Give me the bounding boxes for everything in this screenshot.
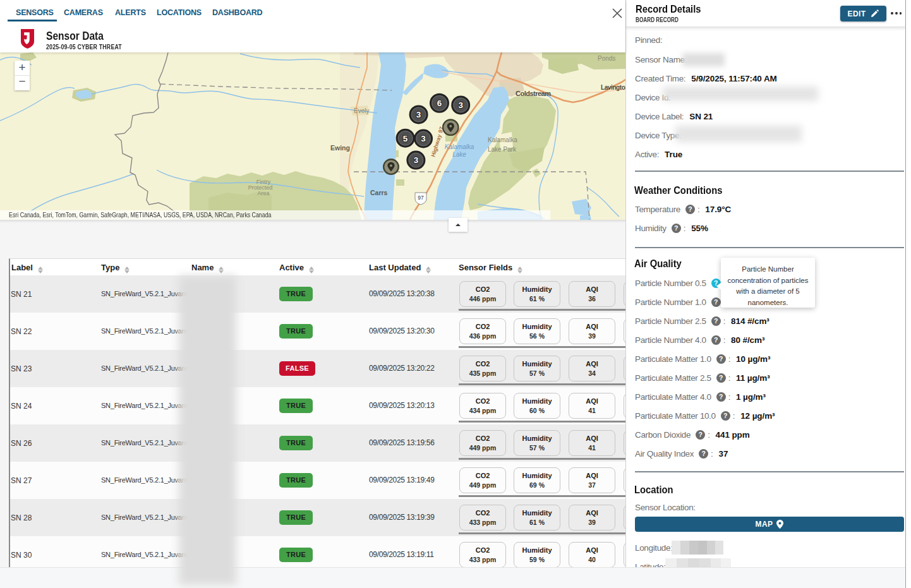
svg-text:Ponds: Ponds [598,55,615,62]
svg-text:6: 6 [437,99,442,108]
svg-text:Lake: Lake [452,151,466,158]
svg-text:3: 3 [416,110,421,119]
svg-text:3: 3 [421,134,426,143]
svg-text:3: 3 [458,100,463,110]
svg-text:Area: Area [257,190,269,196]
svg-text:Kalamalka: Kalamalka [488,136,517,143]
svg-text:Coldstream: Coldstream [516,90,551,97]
svg-text:Evely: Evely [354,107,369,114]
svg-text:Lake Park: Lake Park [488,146,517,153]
svg-text:97: 97 [418,195,424,201]
svg-text:3: 3 [414,155,419,165]
svg-text:5: 5 [403,134,408,143]
svg-text:Carrs: Carrs [370,189,388,196]
svg-text:Lavington: Lavington [601,84,625,91]
svg-text:Kalamalka: Kalamalka [445,143,474,150]
svg-text:Ewing: Ewing [330,144,350,152]
